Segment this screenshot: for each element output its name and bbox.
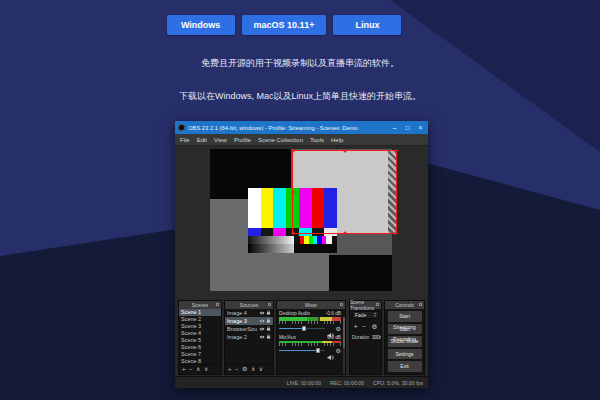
mixer-channel-name: Mic/Aux bbox=[279, 335, 296, 340]
dock-pin-icon[interactable] bbox=[216, 303, 219, 306]
selection-handle[interactable] bbox=[395, 191, 398, 194]
lock-icon[interactable] bbox=[266, 326, 271, 332]
lock-icon[interactable] bbox=[266, 310, 271, 316]
mixer-channel-header: Mic/Aux0.0 dB bbox=[279, 335, 341, 340]
dock-pin-icon[interactable] bbox=[419, 303, 422, 306]
transition-select[interactable]: Fade ▴▾ bbox=[352, 311, 379, 319]
minimize-button[interactable]: – bbox=[388, 121, 401, 134]
source-row-image-4[interactable]: Image 4 bbox=[225, 309, 273, 317]
source-row-browsersource[interactable]: BrowserSource bbox=[225, 325, 273, 333]
combo-spinner-icon[interactable]: ▴▾ bbox=[372, 312, 378, 318]
duration-value: 300ms bbox=[372, 335, 381, 340]
remove-icon[interactable]: − bbox=[235, 365, 239, 374]
move-down-icon[interactable]: ∨ bbox=[204, 365, 208, 374]
page: WindowsmacOS 10.11+Linux 免费且开源的用于视频录制以及直… bbox=[0, 0, 600, 400]
menu-item-profile[interactable]: Profile bbox=[234, 137, 251, 143]
meter-tick-scale bbox=[279, 321, 341, 324]
controls-buttons: Start StreamingStart RecordingStudio Mod… bbox=[385, 309, 424, 374]
transition-properties-icon[interactable]: ⚙ bbox=[371, 322, 377, 331]
scene-item-scene-2[interactable]: Scene 2 bbox=[179, 316, 221, 323]
selection-handle[interactable] bbox=[343, 150, 346, 153]
smpte-gradient-row bbox=[248, 236, 337, 244]
exit-button[interactable]: Exit bbox=[388, 361, 422, 372]
visibility-eye-icon[interactable] bbox=[259, 310, 265, 316]
preview-area[interactable] bbox=[175, 146, 428, 300]
studio-mode-button[interactable]: Studio Mode bbox=[388, 336, 422, 347]
selection-handle[interactable] bbox=[395, 232, 398, 235]
mixer-channel-level: -0.6 dB bbox=[326, 311, 341, 316]
move-down-icon[interactable]: ∨ bbox=[259, 365, 263, 374]
menu-item-scene-collection[interactable]: Scene Collection bbox=[258, 137, 303, 143]
visibility-eye-icon[interactable] bbox=[259, 326, 265, 332]
source-row-image-3[interactable]: Image 3 bbox=[225, 317, 273, 325]
close-button[interactable]: × bbox=[414, 121, 427, 134]
scene-item-scene-8[interactable]: Scene 8 bbox=[179, 358, 221, 364]
obs-window: OBS 23.2.1 (64-bit, windows) - Profile: … bbox=[175, 121, 428, 388]
remove-icon[interactable]: − bbox=[189, 365, 193, 374]
transition-remove-icon[interactable]: − bbox=[363, 322, 367, 331]
selection-handle[interactable] bbox=[395, 150, 398, 153]
status-rec: REC: 00:00:00 bbox=[330, 380, 364, 386]
selection-handle[interactable] bbox=[343, 232, 346, 235]
sources-dock-title: Sources bbox=[240, 302, 258, 308]
selection-handle[interactable] bbox=[292, 232, 295, 235]
menu-item-edit[interactable]: Edit bbox=[197, 137, 207, 143]
meter-tick-scale bbox=[279, 343, 341, 346]
speaker-icon[interactable] bbox=[327, 347, 334, 354]
mixer-channel-name: Desktop Audio bbox=[279, 311, 310, 316]
gear-icon[interactable]: ⚙ bbox=[336, 326, 341, 332]
status-live: LIVE: 00:00:00 bbox=[287, 380, 321, 386]
scene-item-scene-6[interactable]: Scene 6 bbox=[179, 344, 221, 351]
duration-field[interactable]: 300ms ▴▾ bbox=[371, 333, 381, 341]
menu-item-tools[interactable]: Tools bbox=[310, 137, 324, 143]
selection-handle[interactable] bbox=[292, 150, 295, 153]
slider-handle[interactable] bbox=[316, 348, 320, 354]
scenes-dock: Scenes Scene 1Scene 2Scene 3Scene 4Scene… bbox=[178, 300, 222, 375]
source-row-image-2[interactable]: Image 2 bbox=[225, 333, 273, 341]
move-up-icon[interactable]: ∧ bbox=[196, 365, 200, 374]
properties-icon[interactable]: ⚙ bbox=[242, 365, 247, 374]
transition-add-icon[interactable]: + bbox=[354, 322, 358, 331]
selection-outline[interactable] bbox=[292, 150, 397, 234]
mixer-dock-title: Mixer bbox=[305, 302, 317, 308]
menu-bar: FileEditViewProfileScene CollectionTools… bbox=[175, 134, 428, 146]
menu-item-help[interactable]: Help bbox=[331, 137, 343, 143]
add-icon[interactable]: + bbox=[182, 365, 186, 374]
gear-icon[interactable]: ⚙ bbox=[336, 348, 341, 354]
volume-slider[interactable] bbox=[279, 347, 325, 354]
slider-handle[interactable] bbox=[302, 326, 306, 332]
lock-icon[interactable] bbox=[266, 334, 271, 340]
scene-item-scene-7[interactable]: Scene 7 bbox=[179, 351, 221, 358]
settings-button[interactable]: Settings bbox=[388, 349, 422, 360]
menu-item-file[interactable]: File bbox=[180, 137, 190, 143]
visibility-eye-icon[interactable] bbox=[259, 334, 265, 340]
tagline-line2: 下载以在Windows, Mac以及Linux上简单且快速的开始串流。 bbox=[0, 90, 600, 103]
mixer-scrollbar[interactable] bbox=[343, 317, 345, 374]
start-streaming-button[interactable]: Start Streaming bbox=[388, 311, 422, 322]
add-icon[interactable]: + bbox=[228, 365, 232, 374]
move-up-icon[interactable]: ∧ bbox=[251, 365, 255, 374]
dock-pin-icon[interactable] bbox=[268, 303, 271, 306]
dock-pin-icon[interactable] bbox=[376, 303, 379, 306]
scene-item-scene-1[interactable]: Scene 1 bbox=[179, 309, 221, 316]
status-bar: LIVE: 00:00:00 REC: 00:00:00 CPU: 5.0%, … bbox=[175, 376, 428, 388]
volume-meter bbox=[279, 317, 341, 321]
maximize-button[interactable]: □ bbox=[401, 121, 414, 134]
menu-item-view[interactable]: View bbox=[214, 137, 227, 143]
scenes-list: Scene 1Scene 2Scene 3Scene 4Scene 5Scene… bbox=[179, 309, 221, 364]
download-button-macos-10-11[interactable]: macOS 10.11+ bbox=[242, 15, 327, 35]
dock-pin-icon[interactable] bbox=[340, 303, 343, 306]
lock-icon[interactable] bbox=[266, 318, 271, 324]
download-button-linux[interactable]: Linux bbox=[333, 15, 401, 35]
selection-handle[interactable] bbox=[292, 191, 295, 194]
dock-area: Scenes Scene 1Scene 2Scene 3Scene 4Scene… bbox=[175, 299, 428, 376]
speaker-icon[interactable] bbox=[327, 325, 334, 332]
mixer-channel-mic-aux: Mic/Aux0.0 dB⚙ bbox=[279, 335, 341, 354]
scene-item-scene-5[interactable]: Scene 5 bbox=[179, 337, 221, 344]
download-button-windows[interactable]: Windows bbox=[167, 15, 235, 35]
scene-item-scene-3[interactable]: Scene 3 bbox=[179, 323, 221, 330]
scene-item-scene-4[interactable]: Scene 4 bbox=[179, 330, 221, 337]
volume-slider[interactable] bbox=[279, 325, 325, 332]
visibility-eye-icon[interactable] bbox=[259, 318, 265, 324]
sources-toolbar: +−⚙∧∨ bbox=[225, 364, 273, 374]
